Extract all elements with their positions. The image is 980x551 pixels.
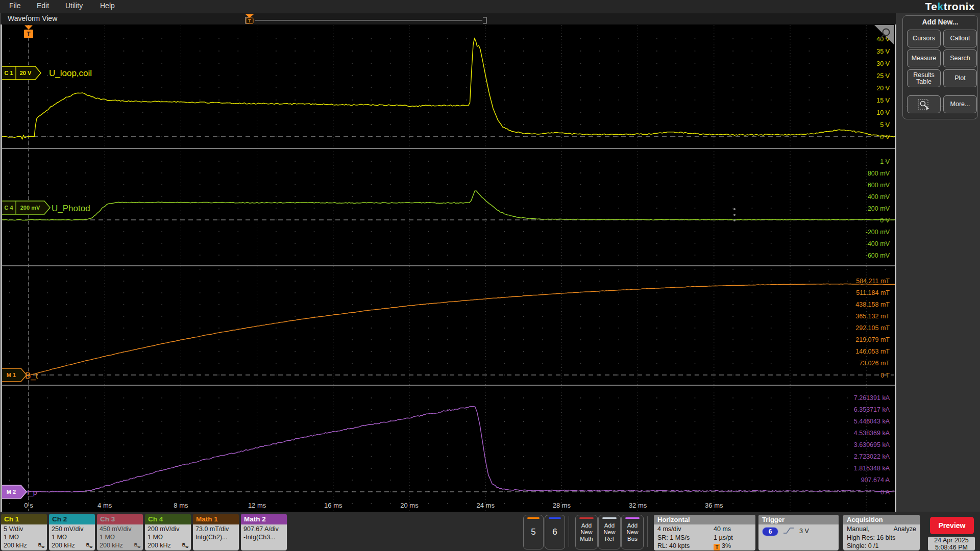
trigger-position: T3%: [714, 542, 731, 550]
add-measure-button[interactable]: Measure: [907, 49, 941, 67]
more-button[interactable]: More...: [943, 95, 977, 113]
add-search-button[interactable]: Search: [943, 49, 977, 67]
preview-button[interactable]: Preview: [930, 517, 974, 534]
svg-text:-600 mV: -600 mV: [866, 252, 890, 259]
channel-badge-header: Math 2: [241, 514, 287, 524]
acquisition-panel-title: Acquisition: [843, 515, 920, 524]
channel-badge-ch3[interactable]: Ch 3 450 mV/div1 MΩ 200 kHzBw: [97, 514, 143, 550]
svg-text:0 V: 0 V: [880, 134, 890, 141]
position-badge-ch1[interactable]: C 120 V: [2, 66, 41, 80]
svg-text:4.538369 kA: 4.538369 kA: [854, 430, 890, 437]
channel-5-button[interactable]: 5: [523, 515, 544, 549]
menu-help[interactable]: Help: [100, 2, 115, 10]
svg-text:25 V: 25 V: [876, 72, 890, 80]
add-new-math-button[interactable]: Add New Math: [575, 515, 598, 549]
math-color-stripe: [579, 517, 594, 519]
plot-left-edge-handle[interactable]: [1, 24, 2, 512]
svg-text:10 V: 10 V: [876, 109, 890, 116]
datetime-display: 24 Apr 2025 5:08:46 PM: [928, 537, 975, 550]
menu-bar: File Edit Utility Help Tektronix: [0, 0, 980, 13]
date-label: 24 Apr 2025: [928, 537, 975, 544]
svg-text:0 A: 0 A: [880, 489, 890, 496]
svg-text:20 ms: 20 ms: [400, 502, 419, 509]
add-new-bus-button[interactable]: Add New Bus: [621, 515, 644, 549]
horizontal-panel[interactable]: Horizontal 4 ms/div40 ms SR: 1 MS/s1 µs/…: [654, 515, 755, 550]
trace-label-math1[interactable]: B_t: [25, 371, 38, 381]
time-axis-labels: 0 s4 ms8 ms12 ms16 ms20 ms24 ms28 ms32 m…: [24, 502, 723, 509]
acquisition-mode: Manual,: [847, 525, 869, 534]
position-badge-math1[interactable]: M 1: [2, 368, 27, 382]
menu-file[interactable]: File: [9, 2, 21, 10]
horizontal-overview-bar[interactable]: T: [1, 13, 896, 24]
svg-text:1.815348 kA: 1.815348 kA: [854, 465, 890, 472]
separator: [647, 516, 648, 547]
zoom-select-button[interactable]: [907, 95, 941, 113]
trace-ch1[interactable]: [2, 38, 895, 139]
svg-text:438.158 mT: 438.158 mT: [855, 301, 890, 308]
svg-text:907.674 A: 907.674 A: [861, 477, 890, 484]
trigger-panel-title: Trigger: [758, 515, 839, 524]
axis-labels-math2: 7.261391 kA6.353717 kA5.446043 kA4.53836…: [854, 394, 890, 495]
add-cursors-button[interactable]: Cursors: [907, 30, 941, 47]
trace-label-ch4[interactable]: U_Photod: [52, 204, 90, 213]
menu-edit[interactable]: Edit: [37, 2, 49, 10]
waveform-view-window: Waveform View T 40 V35 V30 V25 V20 V15 V…: [0, 13, 896, 512]
trigger-flag[interactable]: T: [24, 26, 33, 39]
add-results-table-button[interactable]: Results Table: [907, 69, 941, 87]
bandwidth-limit-icon: Bw: [182, 541, 188, 550]
oscilloscope-app: File Edit Utility Help Tektronix Wavefor…: [0, 0, 980, 551]
svg-text:15 V: 15 V: [876, 97, 890, 104]
svg-text:5 V: 5 V: [880, 121, 890, 129]
channel-badge-body: 5 V/div1 MΩ 200 kHzBw: [1, 524, 47, 550]
axis-labels-math1: 584.211 mT511.184 mT438.158 mT365.132 mT…: [855, 278, 890, 379]
svg-text:219.079 mT: 219.079 mT: [855, 336, 890, 343]
plot-right-edge-handle[interactable]: [895, 24, 896, 512]
time-label: 5:08:46 PM: [928, 544, 975, 551]
trigger-panel[interactable]: Trigger 6 3 V: [758, 515, 839, 550]
position-badge-math2[interactable]: M 2: [2, 485, 27, 498]
ref-color-stripe: [602, 517, 617, 519]
bandwidth-limit-icon: Bw: [86, 541, 92, 550]
add-plot-button[interactable]: Plot: [943, 69, 977, 87]
svg-text:M 2: M 2: [7, 489, 16, 495]
channel-badge-ch1[interactable]: Ch 1 5 V/div1 MΩ 200 kHzBw: [1, 514, 47, 550]
channel-6-button[interactable]: 6: [545, 515, 565, 549]
add-callout-button[interactable]: Callout: [943, 30, 977, 47]
waveform-view-titlebar: Waveform View T: [1, 13, 896, 25]
trace-ch4[interactable]: [2, 191, 895, 220]
svg-text:200 mV: 200 mV: [868, 205, 890, 212]
svg-text:32 ms: 32 ms: [629, 502, 647, 509]
tektronix-logo: Tektronix: [925, 1, 975, 13]
trace-label-math2[interactable]: I_p: [27, 488, 37, 496]
menu-utility[interactable]: Utility: [65, 2, 83, 10]
axis-labels-ch4: 1 V800 mV600 mV400 mV200 mV0 V-200 mV-40…: [866, 158, 890, 259]
svg-text:0 s: 0 s: [24, 502, 33, 509]
svg-text:0 T: 0 T: [880, 372, 890, 379]
waveform-plot[interactable]: 40 V35 V30 V25 V20 V15 V10 V5 V0 V1 V800…: [1, 24, 896, 512]
bandwidth-limit-icon: Bw: [38, 541, 44, 550]
record-duration: 40 ms: [714, 525, 731, 534]
acquisition-panel[interactable]: Acquisition Manual,Analyze High Res: 16 …: [843, 515, 920, 550]
position-badge-ch4[interactable]: C 4200 mV: [2, 201, 50, 214]
svg-text:35 V: 35 V: [876, 48, 890, 55]
svg-text:4 ms: 4 ms: [97, 502, 112, 509]
channel-badge-ch4[interactable]: Ch 4 200 mV/div1 MΩ 200 kHzBw: [145, 514, 191, 550]
svg-text:0 V: 0 V: [880, 217, 890, 224]
svg-text:73.026 mT: 73.026 mT: [859, 360, 890, 367]
channel-badge-math2[interactable]: Math 2 907.67 A/div-Intg(Ch3... Bw: [241, 514, 287, 550]
channel-badge-math1[interactable]: Math 1 73.0 mT/divIntg(Ch2)... Bw: [193, 514, 239, 550]
add-new-ref-button[interactable]: Add New Ref: [598, 515, 621, 549]
svg-text:C 4: C 4: [4, 205, 13, 211]
trace-math1[interactable]: [2, 284, 895, 376]
channel-badge-ch2[interactable]: Ch 2 250 mV/div1 MΩ 200 kHzBw: [49, 514, 95, 550]
svg-text:36 ms: 36 ms: [705, 502, 723, 509]
trace-label-ch1[interactable]: U_loop,coil: [49, 68, 92, 78]
trace-math2[interactable]: [2, 406, 895, 492]
axis-labels-ch1: 40 V35 V30 V25 V20 V15 V10 V5 V0 V: [876, 36, 890, 141]
channel-badge-body: 250 mV/div1 MΩ 200 kHzBw: [49, 524, 95, 550]
sample-rate: SR: 1 MS/s: [657, 534, 714, 542]
svg-text:5.446043 kA: 5.446043 kA: [854, 418, 890, 425]
svg-text:24 ms: 24 ms: [476, 502, 495, 509]
svg-text:6.353717 kA: 6.353717 kA: [854, 406, 890, 413]
svg-text:800 mV: 800 mV: [868, 170, 890, 177]
